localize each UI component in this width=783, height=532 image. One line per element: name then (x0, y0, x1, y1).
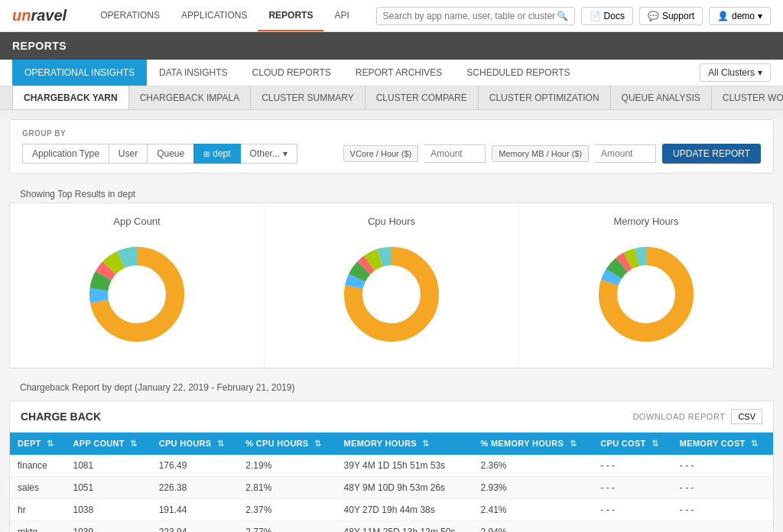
col-cpu-hours[interactable]: CPU HOURS ⇅ (151, 433, 239, 455)
tab-cluster-compare[interactable]: CLUSTER COMPARE (366, 86, 479, 109)
cell-dept: sales (10, 477, 66, 499)
chart-title-app-count: App Count (22, 216, 252, 227)
docs-button[interactable]: 📄 Docs (581, 7, 633, 25)
update-report-button[interactable]: UPDATE REPORT (662, 144, 761, 164)
cell-pct-cpu: 2.37% (238, 499, 336, 521)
cluster-select[interactable]: All Clusters ▾ (700, 63, 771, 82)
sort-icon-mem-hours: ⇅ (422, 439, 429, 448)
memory-label: Memory MB / Hour ($) (492, 145, 589, 162)
table-row: hr 1038 191.44 2.37% 40Y 27D 19h 44m 38s… (10, 499, 773, 521)
col-dept[interactable]: DEPT ⇅ (10, 433, 66, 455)
chargeback-table: DEPT ⇅ APP COUNT ⇅ CPU HOURS ⇅ % CPU HOU… (10, 433, 773, 532)
tab-scheduled-reports[interactable]: SCHEDULED REPORTS (454, 60, 582, 86)
search-box: 🔍 (376, 7, 575, 25)
cell-pct-cpu: 2.19% (238, 455, 336, 477)
table-header: CHARGE BACK DOWNLOAD REPORT CSV (10, 401, 773, 433)
tab-report-archives[interactable]: REPORT ARCHIVES (343, 60, 455, 86)
group-btn-queue[interactable]: Queue (147, 144, 194, 164)
cell-cpu-cost: - - - (593, 477, 671, 499)
table-head: DEPT ⇅ APP COUNT ⇅ CPU HOURS ⇅ % CPU HOU… (10, 433, 773, 455)
cell-app-count: 1039 (66, 521, 151, 533)
vcore-input[interactable] (424, 144, 486, 163)
col-mem-cost[interactable]: MEMORY COST ⇅ (672, 433, 773, 455)
cell-pct-mem: 2.36% (473, 455, 593, 477)
group-btn-other[interactable]: Other... ▾ (240, 144, 297, 164)
sort-icon-cpu-cost: ⇅ (651, 439, 658, 448)
vcore-label: VCore / Hour ($) (343, 145, 419, 162)
memory-input[interactable] (595, 144, 656, 163)
top-nav: unravel OPERATIONS APPLICATIONS REPORTS … (0, 0, 783, 32)
chart-title-cpu-hours: Cpu Hours (277, 216, 506, 227)
cell-cpu-cost: - - - (593, 455, 671, 477)
cell-pct-cpu: 2.81% (238, 477, 336, 499)
csv-button[interactable]: CSV (731, 409, 762, 424)
group-by-label: GROUP BY (22, 129, 761, 138)
group-by-section: GROUP BY Application Type User Queue ⊞ d… (9, 119, 774, 174)
cell-cpu-hours: 176.49 (151, 455, 239, 477)
tab-cloud-reports[interactable]: CLOUD REPORTS (240, 60, 343, 86)
search-input[interactable] (383, 11, 557, 21)
chart-memory-hours: Memory Hours (519, 203, 773, 368)
col-pct-mem[interactable]: % MEMORY HOURS ⇅ (473, 433, 593, 455)
tab-bar-1: OPERATIONAL INSIGHTS DATA INSIGHTS CLOUD… (0, 60, 783, 86)
donut-svg-app-count (83, 241, 190, 348)
nav-api[interactable]: API (323, 1, 359, 31)
download-label: DOWNLOAD REPORT (632, 412, 725, 421)
page-header: REPORTS (0, 32, 783, 60)
sort-icon-pct-mem: ⇅ (570, 439, 577, 448)
download-area: DOWNLOAD REPORT CSV (632, 409, 762, 424)
report-info: Chargeback Report by dept (January 22, 2… (9, 378, 774, 397)
group-btn-dept[interactable]: ⊞ dept (193, 144, 240, 164)
tab1-right: All Clusters ▾ (700, 63, 771, 82)
table-row: finance 1081 176.49 2.19% 39Y 4M 1D 15h … (10, 455, 773, 477)
nav-applications[interactable]: APPLICATIONS (171, 1, 258, 31)
content: GROUP BY Application Type User Queue ⊞ d… (0, 119, 783, 532)
chevron-down-icon: ▾ (283, 148, 288, 159)
donut-svg-cpu-hours (338, 241, 445, 348)
donut-cpu-hours (277, 233, 506, 355)
cell-app-count: 1038 (66, 499, 151, 521)
sort-icon-mem-cost: ⇅ (751, 439, 758, 448)
chart-cpu-hours: Cpu Hours (265, 203, 519, 368)
cell-app-count: 1051 (66, 477, 151, 499)
tab-chargeback-yarn[interactable]: CHARGEBACK YARN (12, 86, 129, 109)
sort-icon-app-count: ⇅ (130, 439, 137, 448)
tab-queue-analysis[interactable]: QUEUE ANALYSIS (611, 86, 712, 109)
cell-pct-mem: 2.41% (473, 499, 593, 521)
col-mem-hours[interactable]: MEMORY HOURS ⇅ (336, 433, 473, 455)
table-body: finance 1081 176.49 2.19% 39Y 4M 1D 15h … (10, 455, 773, 532)
cell-pct-mem: 2.94% (473, 521, 593, 533)
tab-cluster-workload[interactable]: CLUSTER WORKLOAD (712, 86, 783, 109)
cell-cpu-cost: - - - (593, 521, 671, 533)
nav-reports[interactable]: REPORTS (258, 1, 323, 31)
donut-svg-memory-hours (593, 241, 700, 348)
table-section: CHARGE BACK DOWNLOAD REPORT CSV DEPT ⇅ A… (9, 401, 774, 532)
tab-bar-2: CHARGEBACK YARN CHARGEBACK IMPALA CLUSTE… (0, 86, 783, 110)
cell-mem-cost: - - - (672, 477, 773, 499)
group-by-controls: Application Type User Queue ⊞ dept Other… (22, 144, 761, 164)
tab-chargeback-impala[interactable]: CHARGEBACK IMPALA (129, 86, 251, 109)
group-btn-application-type[interactable]: Application Type (22, 144, 109, 164)
cell-mem-hours: 39Y 4M 1D 15h 51m 53s (336, 455, 473, 477)
cell-mem-hours: 48Y 9M 10D 9h 53m 26s (336, 477, 473, 499)
cell-app-count: 1081 (66, 455, 151, 477)
sort-icon-dept: ⇅ (47, 439, 54, 448)
tab-cluster-summary[interactable]: CLUSTER SUMMARY (251, 86, 365, 109)
col-cpu-cost[interactable]: CPU COST ⇅ (593, 433, 671, 455)
cell-mem-cost: - - - (672, 521, 773, 533)
cell-dept: mktg (10, 521, 66, 533)
nav-operations[interactable]: OPERATIONS (89, 1, 171, 31)
tab-cluster-optimization[interactable]: CLUSTER OPTIMIZATION (479, 86, 611, 109)
results-text: Showing Top Results in dept (9, 183, 774, 203)
col-pct-cpu[interactable]: % CPU HOURS ⇅ (238, 433, 336, 455)
cell-mem-hours: 48Y 11M 25D 13h 12m 50s (336, 521, 473, 533)
col-app-count[interactable]: APP COUNT ⇅ (66, 433, 151, 455)
tab-operational-insights[interactable]: OPERATIONAL INSIGHTS (12, 60, 147, 86)
group-btn-user[interactable]: User (109, 144, 148, 164)
user-button[interactable]: 👤 demo ▾ (709, 7, 771, 25)
support-button[interactable]: 💬 Support (639, 7, 703, 25)
cell-mem-hours: 40Y 27D 19h 44m 38s (336, 499, 473, 521)
tab-data-insights[interactable]: DATA INSIGHTS (147, 60, 240, 86)
search-icon: 🔍 (557, 11, 568, 21)
cell-mem-cost: - - - (672, 455, 773, 477)
